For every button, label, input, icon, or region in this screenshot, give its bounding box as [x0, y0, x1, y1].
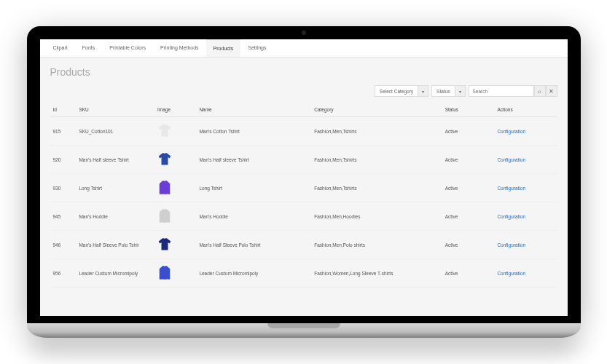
cell-category: Fashion,Men,Polo shirts: [311, 231, 442, 259]
cell-name: Long Tshirt: [196, 174, 311, 202]
tab-clipart[interactable]: Clipart: [46, 39, 75, 57]
close-icon: ✕: [549, 88, 554, 95]
cell-image: [154, 231, 196, 259]
cell-category: Fashion,Men,Tshirts: [311, 146, 442, 174]
product-thumb: [157, 180, 172, 196]
laptop-frame: ClipartFontsPrintable ColorsPrinting Met…: [27, 26, 581, 338]
cell-sku: Man's Hoddie: [76, 202, 154, 231]
cell-status: Active: [442, 231, 495, 259]
cell-category: Fashion,Men,Hoodies: [311, 202, 442, 231]
product-thumb: [157, 265, 172, 281]
cell-status: Active: [442, 117, 495, 146]
cell-actions: Configuration: [494, 259, 557, 288]
table-row: 930Long TshirtLong TshirtFashion,Men,Tsh…: [50, 174, 557, 202]
table-row: 946Man's Half Sleeve Polo TshirMan's Hal…: [50, 231, 557, 259]
header-image: Image: [154, 103, 196, 117]
cell-sku: Leader Custom Micromipoly: [76, 259, 154, 288]
cell-actions: Configuration: [494, 202, 557, 231]
cell-image: [154, 259, 196, 288]
cell-status: Active: [442, 174, 495, 202]
page-title: Products: [50, 66, 557, 78]
configuration-link[interactable]: Configuration: [497, 242, 525, 248]
tab-fonts[interactable]: Fonts: [75, 39, 103, 57]
nav-tabs: ClipartFontsPrintable ColorsPrinting Met…: [40, 39, 568, 58]
cell-image: [154, 117, 196, 146]
cell-category: Fashion,Men,Tshirts: [311, 117, 442, 146]
chevron-down-icon: ▾: [455, 86, 465, 96]
configuration-link[interactable]: Configuration: [497, 186, 525, 191]
product-thumb: [157, 237, 172, 253]
product-thumb: [157, 123, 172, 139]
search-input[interactable]: [469, 85, 534, 97]
cell-actions: Configuration: [494, 174, 557, 202]
cell-status: Active: [442, 146, 495, 174]
status-select[interactable]: Status ▾: [431, 85, 465, 97]
search-icon: ⌕: [538, 88, 541, 95]
cell-name: Man's Cotton Tshirt: [196, 117, 311, 146]
laptop-base: [27, 323, 581, 338]
search-button[interactable]: ⌕: [534, 85, 546, 97]
category-select[interactable]: Select Category ▾: [375, 85, 428, 97]
table-row: 920Man's Half sleeve TshirtMan's Half sl…: [50, 146, 557, 174]
search-group: ⌕ ✕: [469, 85, 557, 97]
cell-actions: Configuration: [494, 146, 557, 174]
screen: ClipartFontsPrintable ColorsPrinting Met…: [40, 39, 568, 316]
cell-image: [154, 202, 196, 231]
cell-name: Man's Half Sleeve Polo Tshirt: [196, 231, 311, 259]
product-thumb: [157, 208, 172, 224]
table-row: 956Leader Custom MicromipolyLeader Custo…: [50, 259, 557, 288]
cell-id: 945: [50, 202, 77, 231]
cell-id: 920: [50, 146, 77, 174]
cell-category: Fashion,Men,Tshirts: [311, 174, 442, 202]
cell-id: 956: [50, 259, 77, 288]
category-select-label: Select Category: [375, 89, 418, 94]
laptop-notch: [267, 323, 340, 328]
cell-sku: Man's Half sleeve Tshirt: [76, 146, 154, 174]
screen-bezel: ClipartFontsPrintable ColorsPrinting Met…: [27, 26, 581, 323]
header-name: Name: [196, 103, 311, 117]
table-row: 945Man's HoddieMan's HoddieFashion,Men,H…: [50, 202, 557, 231]
table-header-row: Id SKU Image Name Category Status Action…: [50, 103, 557, 117]
tab-printing-methods[interactable]: Printing Methods: [153, 39, 206, 57]
filter-bar: Select Category ▾ Status ▾ ⌕ ✕: [50, 85, 557, 97]
cell-actions: Configuration: [494, 231, 557, 259]
clear-button[interactable]: ✕: [546, 85, 557, 97]
tab-settings[interactable]: Settings: [240, 39, 273, 57]
cell-sku: SKU_Cotton101: [76, 117, 154, 146]
cell-id: 930: [50, 174, 77, 202]
cell-image: [154, 174, 196, 202]
header-category: Category: [311, 103, 442, 117]
header-sku: SKU: [76, 103, 154, 117]
configuration-link[interactable]: Configuration: [497, 157, 525, 162]
table-row: 915SKU_Cotton101Man's Cotton TshirtFashi…: [50, 117, 557, 146]
cell-name: Man's Hoddie: [196, 202, 311, 231]
products-table: Id SKU Image Name Category Status Action…: [50, 103, 557, 288]
cell-sku: Man's Half Sleeve Polo Tshir: [76, 231, 154, 259]
product-thumb: [157, 151, 172, 167]
cell-status: Active: [442, 202, 495, 231]
content-area: Products Select Category ▾ Status ▾ ⌕: [40, 58, 568, 296]
configuration-link[interactable]: Configuration: [497, 214, 525, 219]
header-actions: Actions: [494, 103, 557, 117]
camera-dot: [302, 31, 306, 35]
cell-image: [154, 146, 196, 174]
cell-category: Fashion,Women,Long Sleeve T-shirts: [311, 259, 442, 288]
cell-id: 915: [50, 117, 77, 146]
tab-products[interactable]: Products: [206, 39, 241, 57]
cell-sku: Long Tshirt: [76, 174, 154, 202]
header-status: Status: [442, 103, 495, 117]
header-id: Id: [50, 103, 77, 117]
configuration-link[interactable]: Configuration: [497, 129, 525, 134]
configuration-link[interactable]: Configuration: [497, 271, 525, 276]
cell-name: Man's Half sleeve Tshirt: [196, 146, 311, 174]
tab-printable-colors[interactable]: Printable Colors: [102, 39, 153, 57]
cell-id: 946: [50, 231, 77, 259]
chevron-down-icon: ▾: [418, 86, 428, 96]
cell-status: Active: [442, 259, 495, 288]
status-select-label: Status: [432, 89, 454, 94]
cell-name: Leader Custom Micromipoly: [196, 259, 311, 288]
cell-actions: Configuration: [494, 117, 557, 146]
